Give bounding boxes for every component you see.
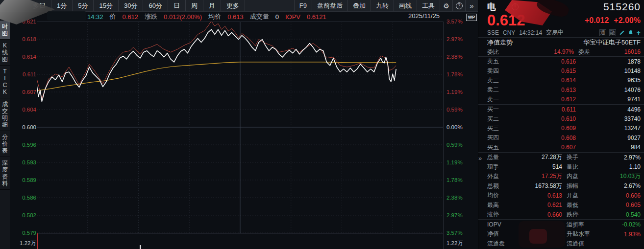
bid-price: 0.607 [510, 144, 576, 151]
period-tab-10[interactable]: 更多 [221, 0, 245, 11]
pct-axis-tick: 3.57% [446, 229, 475, 237]
toolbar-action-6[interactable]: 工具 [417, 0, 440, 11]
stat-value: 0.613 [510, 192, 562, 199]
intraday-chart[interactable] [37, 22, 444, 249]
period-tab-6[interactable]: 60分 [143, 0, 168, 11]
period-tab-5[interactable]: 30分 [119, 0, 143, 11]
stock-code: 515260 [603, 1, 641, 13]
bid-volume: 13247 [576, 125, 641, 132]
price-change: +0.012 [585, 16, 609, 25]
stat-row: 最高0.621最低0.605 [478, 200, 644, 210]
period-tab-3[interactable]: 5分 [73, 0, 94, 11]
bid-price: 0.608 [510, 135, 576, 141]
weicha-value: 16016 [604, 48, 641, 55]
avg_price-line [37, 62, 396, 91]
avg-label: 均价 [208, 12, 221, 21]
period-tab-8[interactable]: 周 [186, 0, 203, 11]
ask-volume: 14076 [576, 87, 641, 93]
settings-gear-icon[interactable]: ⚙ [440, 0, 452, 11]
price-axis-tick: 0.621 [0, 18, 36, 25]
bid-row[interactable]: 买三0.60913247 [478, 124, 644, 133]
price-axis-tick: 0.604 [0, 106, 36, 113]
bid-row[interactable]: 买四0.6089027 [478, 133, 644, 142]
stat-value: 0.621 [510, 202, 562, 208]
bid-label: 买五 [487, 143, 510, 152]
ask-row[interactable]: 卖二0.61314076 [478, 85, 644, 94]
stat-label: 外盘 [487, 172, 510, 181]
ask-volume: 9741 [576, 96, 641, 103]
stat-label: 内盘 [562, 172, 595, 181]
price-change-pct: +2.00% [614, 16, 641, 25]
ask-row[interactable]: 卖一0.6129741 [478, 95, 644, 104]
toolbar-action-4[interactable]: 九转 [371, 0, 394, 11]
change-label: 涨跌 [145, 12, 157, 21]
period-tab-9[interactable]: 月 [203, 0, 221, 11]
period-tab-1[interactable]: 多日 [27, 0, 51, 11]
toolbar-action-1[interactable]: F9 [294, 0, 312, 11]
stat-label: 振幅 [562, 182, 595, 190]
pct-axis-tick: 0.00% [446, 123, 475, 131]
stat-row: 净值升贴水率1.93% [478, 229, 644, 239]
period-tab-4[interactable]: 15分 [94, 0, 118, 11]
stat-value: 0.606 [595, 192, 641, 199]
change-value: 0.012(2.00%) [164, 13, 202, 21]
ask-row[interactable]: 卖四0.61510148 [478, 66, 644, 75]
bell-alert-icon[interactable] [628, 30, 634, 36]
pct-axis-tick: 2.97% [446, 211, 475, 219]
help-icon[interactable]: ? [452, 0, 465, 11]
ask-volume: 1878 [576, 58, 641, 65]
iopv_netvalue-line [37, 22, 396, 99]
bid-price: 0.611 [510, 106, 576, 113]
nav-trend-link[interactable]: 净值走势 [487, 38, 513, 47]
stat-value: 1.10 [595, 163, 641, 170]
volume-value: 0 [275, 13, 279, 21]
stat-label: 最低 [562, 201, 595, 209]
stat-row: 外盘17.25万内盘10.03万 [478, 172, 644, 181]
panel-collapse-chevron-icon[interactable]: » [478, 155, 482, 162]
price-axis-tick: 0.618 [0, 35, 36, 43]
ask-label: 卖四 [487, 67, 510, 75]
pencil-edit-icon[interactable] [619, 30, 625, 36]
info-icon[interactable]: ! [512, 3, 519, 10]
stats-block: 总量27.28万换手2.97%现手514量比1.10外盘17.25万内盘10.0… [478, 153, 644, 220]
stat-label: 升贴水率 [562, 230, 595, 238]
pct-axis-tick: 0.59% [446, 106, 475, 113]
iopv-block: IOPV溢折率-0.02%净值升贴水率1.93%流通盘流通值 [478, 220, 644, 249]
toolbar-more-chevron-icon[interactable]: » [465, 0, 478, 11]
stat-value: 1.93% [595, 231, 641, 238]
toolbar-actions: F9盘前盘后叠加九转画线工具 [294, 0, 440, 11]
bid-row[interactable]: 买二0.61033740 [478, 114, 644, 123]
rong-badge: 融 [609, 29, 616, 36]
period-tab-2[interactable]: 1分 [51, 0, 73, 11]
bid-levels: 买一0.6114496买二0.61033740买三0.60913247买四0.6… [478, 105, 644, 152]
fund-full-name[interactable]: 华宝中证电子50ETF [583, 38, 641, 47]
price-axis-tick: 0.596 [0, 141, 36, 149]
toolbar-action-5[interactable]: 画线 [394, 0, 417, 11]
trading-app-window: 多日1分5分15分30分60分日周月更多 F9盘前盘后叠加九转画线工具 ⚙ ? … [0, 0, 644, 249]
trading-status: 交易中 [546, 28, 564, 37]
add-watchlist-icon[interactable]: + [637, 30, 641, 36]
stat-row: 均价0.613开盘0.606 [478, 191, 644, 201]
ask-price: 0.614 [510, 77, 576, 84]
stat-row: 现手514量比1.10 [478, 162, 644, 172]
iopv-label: IOPV [285, 13, 300, 21]
bid-row[interactable]: 买一0.6114496 [478, 105, 644, 114]
stat-value: 10.03万 [595, 172, 641, 181]
ask-row[interactable]: 卖三0.6149635 [478, 76, 644, 85]
ask-levels: 卖五0.6161878卖四0.61510148卖三0.6149635卖二0.61… [478, 57, 644, 104]
stat-value: 0.540 [595, 211, 641, 218]
stat-label: 总额 [487, 182, 510, 190]
stat-label: 最高 [487, 201, 510, 209]
bid-volume: 984 [576, 144, 641, 151]
pct-axis-tick: 2.38% [446, 53, 475, 61]
toolbar-action-2[interactable]: 盘前盘后 [312, 0, 347, 11]
bid-row[interactable]: 买五0.607984 [478, 143, 644, 152]
stat-value: -0.02% [595, 221, 641, 228]
tong-badge: 通 [599, 29, 606, 36]
toolbar-action-3[interactable]: 叠加 [347, 0, 371, 11]
ask-row[interactable]: 卖五0.6161878 [478, 57, 644, 66]
price-axis-tick: 0.607 [0, 88, 36, 96]
last-price: 0.612 [487, 13, 525, 28]
chart-status-bar: 14:32 价 0.612 涨跌 0.012(2.00%) 均价 0.613 成… [87, 12, 326, 21]
period-tab-7[interactable]: 日 [168, 0, 186, 11]
